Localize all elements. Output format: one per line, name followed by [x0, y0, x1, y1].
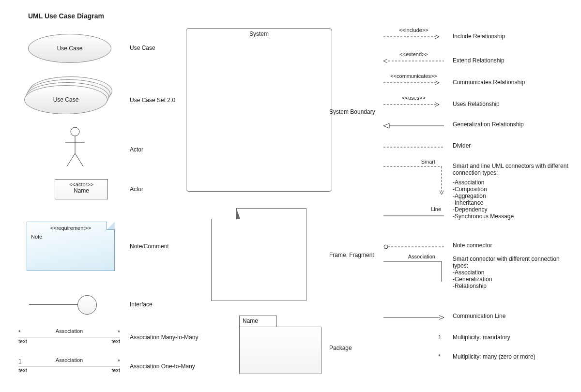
note-text: Note	[31, 234, 42, 240]
smart-connector: Smart	[383, 164, 444, 195]
assoc-type-2: -Relationship	[453, 283, 574, 289]
assoc-one-left-txt: text	[18, 367, 27, 373]
interface-circle-icon	[77, 295, 97, 315]
usecase-set-text: Use Case	[53, 96, 79, 103]
association-label: Association	[408, 254, 435, 259]
assoc-type-1: -Generalization	[453, 276, 574, 283]
assoc-smart-text-block: Smart connector with different connectio…	[453, 256, 574, 289]
svg-point-0	[71, 127, 79, 136]
uses-stereo: <<uses>>	[383, 95, 444, 101]
system-boundary-label: System Boundary	[329, 108, 375, 115]
assoc-many-left-txt: text	[18, 338, 27, 344]
communicates-label: Communicates Relationship	[453, 79, 574, 86]
conn-type-0: -Association	[453, 179, 574, 186]
conn-type-3: -Inheritance	[453, 199, 574, 206]
mult-1-label: Multiplicity: mandatory	[453, 334, 574, 341]
interface-label: Interface	[130, 301, 153, 308]
mult-many-label: Multiplicity: many (zero or more)	[453, 353, 574, 360]
include-label: Include Relationship	[453, 33, 574, 40]
line-connector: Line	[383, 213, 444, 222]
assoc-one-label: Association One-to-Many	[130, 363, 195, 370]
package-name: Name	[239, 316, 277, 327]
divider-connector	[383, 144, 444, 153]
actor-box-label: Actor	[130, 186, 143, 193]
note-stereotype: <<requirement>>	[27, 225, 114, 231]
communicates-connector: <<communicates>>	[383, 80, 444, 89]
usecase-set-shape: Use Case	[24, 76, 114, 115]
svg-line-4	[75, 153, 83, 166]
uses-label: Uses Relationship	[453, 101, 574, 107]
page: UML Use Case Diagram Use Case Use Case U…	[0, 0, 581, 392]
assoc-one-name: Association	[18, 357, 120, 363]
note-shape: <<requirement>> Note	[27, 222, 115, 271]
generalization-connector	[383, 123, 444, 132]
divider-label: Divider	[453, 142, 574, 149]
interface-shape	[29, 295, 97, 314]
system-boundary-shape: System	[186, 28, 332, 192]
assoc-smart-text: Smart connector with different connectio…	[453, 256, 574, 269]
line-label: Line	[431, 206, 441, 212]
smart-line-text: Smart and line UML connectors with diffe…	[453, 163, 574, 176]
assoc-many-label: Association Many-to-Many	[130, 334, 198, 341]
assoc-type-0: -Association	[453, 269, 574, 276]
mult-many-symbol: *	[438, 353, 441, 360]
frame-tab-icon	[211, 208, 237, 219]
include-stereo: <<include>>	[383, 27, 444, 33]
frame-label: Frame, Fragment	[329, 252, 374, 258]
usecase-shape: Use Case	[28, 34, 111, 63]
comm-line-label: Communication Line	[453, 313, 574, 319]
smart-label: Smart	[421, 159, 435, 165]
communicates-stereo: <<communicates>>	[383, 73, 444, 79]
extend-stereo: <<extend>>	[383, 51, 444, 57]
actor-stick-icon	[63, 127, 87, 170]
assoc-many-name: Association	[18, 328, 120, 334]
assoc-one-shape: 1 * Association text text	[18, 358, 120, 373]
extend-connector: <<extend>>	[383, 58, 444, 67]
generalization-label: Generalization Relationship	[453, 121, 574, 128]
conn-type-5: -Synchronous Message	[453, 213, 574, 220]
note-label: Note/Comment	[130, 243, 169, 250]
assoc-many-shape: * * Association text text	[18, 329, 120, 344]
usecase-set-label: Use Case Set 2.0	[130, 97, 175, 104]
usecase-text: Use Case	[57, 45, 83, 52]
association-connector: Association	[383, 258, 444, 283]
page-title: UML Use Case Diagram	[28, 12, 104, 20]
actor-name: Name	[55, 187, 107, 194]
uses-connector: <<uses>>	[383, 102, 444, 110]
package-shape: Name	[239, 316, 321, 374]
smart-line-text-block: Smart and line UML connectors with diffe…	[453, 163, 574, 220]
usecase-label: Use Case	[130, 45, 155, 51]
include-connector: <<include>>	[383, 34, 444, 43]
conn-type-2: -Aggregation	[453, 193, 574, 199]
extend-label: Extend Relationship	[453, 57, 574, 64]
communication-line-connector	[383, 315, 444, 323]
package-label: Package	[329, 345, 352, 351]
note-connector	[383, 244, 444, 253]
svg-line-3	[67, 153, 75, 166]
actor-box-shape: <<actor>> Name	[55, 179, 108, 199]
system-title: System	[186, 30, 332, 37]
assoc-one-right-txt: text	[111, 367, 120, 373]
frame-shape	[211, 208, 306, 301]
conn-type-4: -Dependency	[453, 206, 574, 213]
actor-stick-label: Actor	[130, 146, 143, 153]
note-connector-label: Note connector	[453, 242, 574, 249]
conn-type-1: -Composition	[453, 186, 574, 193]
assoc-many-right-txt: text	[111, 338, 120, 344]
actor-stereotype: <<actor>>	[55, 181, 107, 187]
mult-1-symbol: 1	[438, 334, 442, 341]
svg-point-14	[384, 245, 388, 249]
